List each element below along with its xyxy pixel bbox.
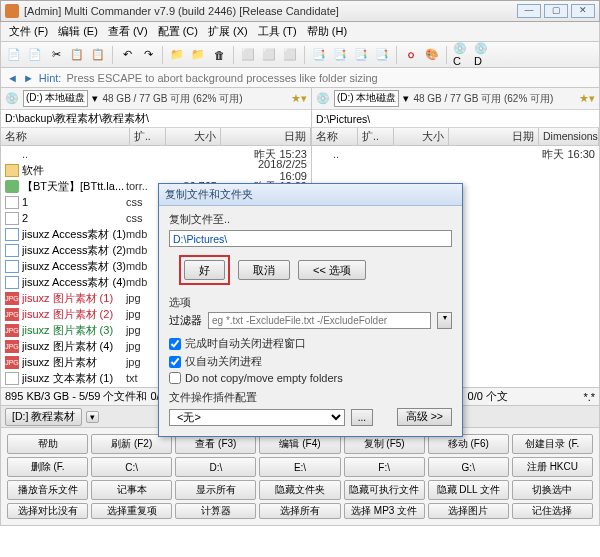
menu-view[interactable]: 查看 (V) [104,22,152,41]
toolbar-icon[interactable]: 📁 [189,46,207,64]
panel-tab[interactable]: [D:] 教程素材 [5,408,82,426]
filter-dropdown-icon[interactable]: ▾ [437,312,452,329]
function-button[interactable]: 创建目录 (F. [512,434,593,454]
function-button[interactable]: 选择重复项 [91,503,172,519]
function-button[interactable]: 帮助 [7,434,88,454]
function-button[interactable]: D:\ [175,457,256,477]
function-button[interactable]: 计算器 [175,503,256,519]
menu-file[interactable]: 文件 (F) [5,22,52,41]
toolbar-icon[interactable]: ⬜ [260,46,278,64]
col-size[interactable]: 大小 [394,128,449,145]
col-ext[interactable]: 扩.. [358,128,394,145]
back-icon[interactable]: ◄ [7,72,18,84]
col-ext[interactable]: 扩.. [130,128,166,145]
cancel-button[interactable]: 取消 [238,260,290,280]
drive-select[interactable]: (D:) 本地磁盘 [334,90,399,107]
auto-close-checkbox[interactable]: 完成时自动关闭进程窗口 [169,336,452,351]
col-size[interactable]: 大小 [166,128,221,145]
function-button[interactable]: 隐藏文件夹 [259,480,340,500]
col-name[interactable]: 名称 [1,128,130,145]
drive-c-button[interactable]: 💿C [452,46,470,64]
favorite-icon[interactable]: ★▾ [579,92,595,105]
toolbar-icon[interactable]: 🗑 [210,46,228,64]
function-button[interactable]: C:\ [91,457,172,477]
col-dimensions[interactable]: Dimensions [539,128,599,145]
skip-empty-checkbox[interactable]: Do not copy/move empty folders [169,372,452,384]
menu-edit[interactable]: 编辑 (E) [54,22,102,41]
only-auto-close-checkbox[interactable]: 仅自动关闭进程 [169,354,452,369]
toolbar-icon[interactable]: ⬜ [281,46,299,64]
ok-button[interactable]: 好 [184,260,225,280]
destination-input[interactable] [169,230,452,247]
function-button[interactable]: 移动 (F6) [428,434,509,454]
toolbar-icon[interactable]: 📑 [310,46,328,64]
col-date[interactable]: 日期 [449,128,539,145]
toolbar-icon[interactable]: 📄 [5,46,23,64]
function-button[interactable]: 选择 MP3 文件 [344,503,425,519]
function-button[interactable]: 复制 (F5) [344,434,425,454]
path-input[interactable]: D:\Pictures\ [312,110,599,128]
toolbar-icon[interactable]: ✂ [47,46,65,64]
function-button[interactable]: 显示所有 [175,480,256,500]
filter-label: 过滤器 [169,313,202,328]
function-button[interactable]: F:\ [344,457,425,477]
advanced-button[interactable]: 高级 >> [397,408,452,426]
function-button[interactable]: 选择所有 [259,503,340,519]
function-button[interactable]: 注册 HKCU [512,457,593,477]
menu-config[interactable]: 配置 (C) [154,22,202,41]
options-toggle-button[interactable]: << 选项 [298,260,366,280]
toolbar-icon[interactable]: 📋 [68,46,86,64]
function-button[interactable]: 选择对比没有 [7,503,88,519]
titlebar: [Admin] Multi Commander v7.9 (build 2446… [0,0,600,22]
col-date[interactable]: 日期 [221,128,311,145]
tab-menu-button[interactable]: ▾ [86,411,99,423]
disk-usage: 48 GB / 77 GB 可用 (62% 可用) [102,92,242,106]
column-headers[interactable]: 名称 扩.. 大小 日期 Dimensions [312,128,599,146]
function-button[interactable]: 记事本 [91,480,172,500]
toolbar-icon[interactable]: 📑 [373,46,391,64]
close-button[interactable]: ✕ [571,4,595,18]
function-button[interactable]: 刷新 (F2) [91,434,172,454]
drive-icon: 💿 [316,92,330,105]
toolbar-icon[interactable]: 📄 [26,46,44,64]
plugin-config-label: 文件操作插件配置 [169,390,452,405]
toolbar-icon[interactable]: ⭘ [402,46,420,64]
function-button[interactable]: 隐藏 DLL 文件 [428,480,509,500]
function-button[interactable]: E:\ [259,457,340,477]
column-headers[interactable]: 名称 扩.. 大小 日期 [1,128,311,146]
col-name[interactable]: 名称 [312,128,358,145]
forward-icon[interactable]: ► [23,72,34,84]
drive-select[interactable]: (D:) 本地磁盘 [23,90,88,107]
favorite-icon[interactable]: ★▾ [291,92,307,105]
toolbar-icon[interactable]: ⬜ [239,46,257,64]
toolbar-icon[interactable]: 🎨 [423,46,441,64]
function-button[interactable]: 切换选中 [512,480,593,500]
drive-d-button[interactable]: 💿D [473,46,491,64]
toolbar-icon[interactable]: 📑 [331,46,349,64]
list-item[interactable]: ..昨天 16:30 [312,146,599,162]
function-button[interactable]: G:\ [428,457,509,477]
function-button[interactable]: 查看 (F3) [175,434,256,454]
filter-input[interactable] [208,312,431,329]
function-button[interactable]: 编辑 (F4) [259,434,340,454]
function-button[interactable]: 删除 (F. [7,457,88,477]
maximize-button[interactable]: ▢ [544,4,568,18]
menu-tools[interactable]: 工具 (T) [254,22,301,41]
path-input[interactable]: D:\backup\教程素材\教程素材\ [1,110,311,128]
filter-text[interactable]: *.* [583,391,595,403]
function-button[interactable]: 选择图片 [428,503,509,519]
list-item[interactable]: 软件2018/2/25 16:09 [1,162,311,178]
function-button[interactable]: 播放音乐文件 [7,480,88,500]
toolbar-icon[interactable]: ↶ [118,46,136,64]
plugin-select[interactable]: <无> [169,409,345,426]
plugin-browse-button[interactable]: ... [351,409,373,426]
function-button[interactable]: 隐藏可执行文件 [344,480,425,500]
minimize-button[interactable]: — [517,4,541,18]
menu-extensions[interactable]: 扩展 (X) [204,22,252,41]
toolbar-icon[interactable]: 📋 [89,46,107,64]
toolbar-icon[interactable]: ↷ [139,46,157,64]
toolbar-icon[interactable]: 📁 [168,46,186,64]
toolbar-icon[interactable]: 📑 [352,46,370,64]
menu-help[interactable]: 帮助 (H) [303,22,351,41]
function-button[interactable]: 记住选择 [512,503,593,519]
